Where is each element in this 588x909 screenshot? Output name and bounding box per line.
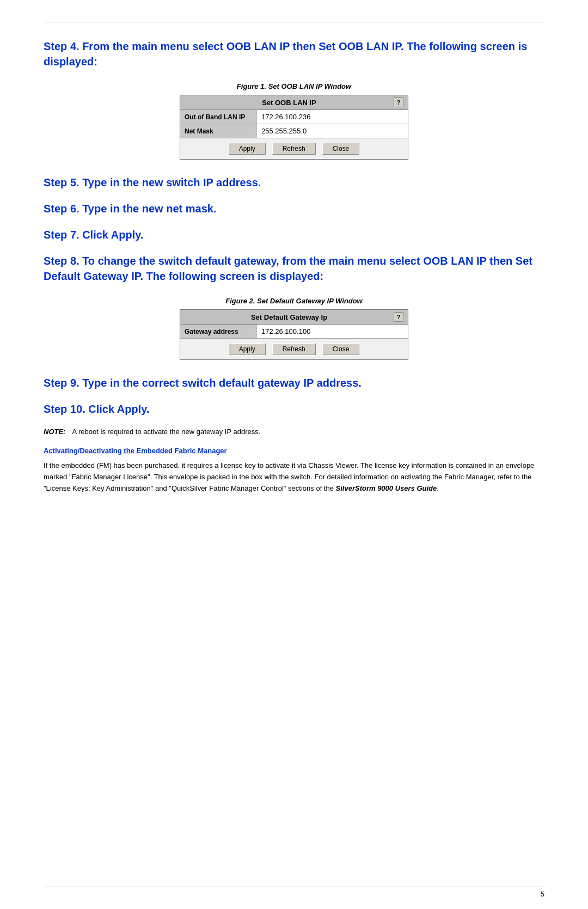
top-rule — [44, 22, 544, 22]
dialog2-row-0: Gateway address 172.26.100.100 — [180, 325, 408, 339]
oob-lan-ip-label: Out of Band LAN IP — [180, 110, 256, 124]
page-container: Step 4. From the main menu select OOB LA… — [0, 0, 588, 909]
dialog1-buttons: Apply Refresh Close — [180, 138, 408, 159]
gateway-address-label: Gateway address — [180, 325, 256, 338]
dialog2-title: Set Default Gateway Ip — [185, 313, 394, 321]
dialog2-refresh-button[interactable]: Refresh — [272, 343, 316, 355]
body-text-end: . — [437, 484, 439, 492]
dialog1-close-button[interactable]: Close — [322, 143, 360, 155]
note-label: NOTE: — [44, 428, 65, 436]
dialog1-row-0: Out of Band LAN IP 172.26.100.236 — [180, 110, 408, 124]
body-text-main: If the embedded (FM) has been purchased,… — [44, 461, 534, 492]
dialog2-apply-button[interactable]: Apply — [229, 343, 266, 355]
step6-heading: Step 6. Type in the new net mask. — [44, 201, 544, 216]
net-mask-value[interactable]: 255.255.255.0 — [256, 124, 408, 138]
net-mask-label: Net Mask — [180, 124, 256, 138]
note-text: A reboot is required to activate the new… — [72, 428, 260, 436]
gateway-address-value[interactable]: 172.26.100.100 — [256, 325, 408, 338]
figure2-dialog-wrapper: Set Default Gateway Ip ? Gateway address… — [44, 309, 544, 360]
dialog1-row-1: Net Mask 255.255.255.0 — [180, 124, 408, 138]
figure1-dialog-wrapper: Set OOB LAN IP ? Out of Band LAN IP 172.… — [44, 95, 544, 160]
dialog1-refresh-button[interactable]: Refresh — [272, 143, 316, 155]
figure1-caption: Figure 1. Set OOB LAN IP Window — [44, 82, 544, 90]
oob-lan-ip-dialog: Set OOB LAN IP ? Out of Band LAN IP 172.… — [180, 95, 408, 160]
section-subheading: Activating/Deactivating the Embedded Fab… — [44, 447, 544, 455]
dialog2-help-button[interactable]: ? — [394, 312, 403, 322]
dialog1-apply-button[interactable]: Apply — [229, 143, 266, 155]
dialog1-titlebar: Set OOB LAN IP ? — [180, 95, 408, 110]
dialog2-titlebar: Set Default Gateway Ip ? — [180, 310, 408, 325]
dialog2-buttons: Apply Refresh Close — [180, 339, 408, 359]
page-number: 5 — [541, 890, 544, 898]
note-section: NOTE: A reboot is required to activate t… — [44, 428, 544, 436]
bottom-rule — [44, 887, 544, 887]
oob-lan-ip-value[interactable]: 172.26.100.236 — [256, 110, 408, 124]
body-paragraph: If the embedded (FM) has been purchased,… — [44, 460, 544, 494]
step8-heading: Step 8. To change the switch default gat… — [44, 253, 544, 284]
step5-heading: Step 5. Type in the new switch IP addres… — [44, 175, 544, 190]
step9-heading: Step 9. Type in the correct switch defau… — [44, 375, 544, 391]
dialog1-title: Set OOB LAN IP — [185, 99, 394, 107]
default-gateway-dialog: Set Default Gateway Ip ? Gateway address… — [180, 309, 408, 360]
body-text-bold-italic: SilverStorm 9000 Users Guide — [336, 484, 437, 492]
step4-heading: Step 4. From the main menu select OOB LA… — [44, 39, 544, 69]
dialog2-close-button[interactable]: Close — [322, 343, 360, 355]
dialog1-help-button[interactable]: ? — [394, 97, 403, 107]
step10-heading: Step 10. Click Apply. — [44, 401, 544, 417]
figure2-caption: Figure 2. Set Default Gateway IP Window — [44, 297, 544, 305]
step7-heading: Step 7. Click Apply. — [44, 227, 544, 242]
